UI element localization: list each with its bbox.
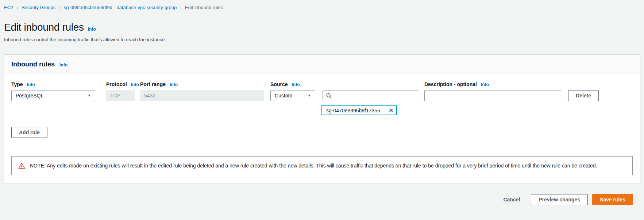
inbound-rules-panel: Inbound rules Info Type Info PostgreSQL … [4,54,640,184]
port-range-info-link[interactable]: Info [170,82,178,87]
note-banner: NOTE: Any edits made on existing rules w… [11,156,633,175]
source-chip: sg-0470ee395b9f17355 ✕ [321,105,397,115]
description-column: Description - optional Info [424,81,561,101]
type-select[interactable]: PostgreSQL ▼ [11,90,95,101]
type-select-value: PostgreSQL [16,93,43,99]
type-column: Type Info PostgreSQL ▼ [11,81,95,101]
warning-icon [18,162,25,169]
search-icon [326,93,332,99]
preview-changes-button[interactable]: Preview changes [531,194,588,205]
breadcrumb-link-security-group-id[interactable]: sg-0b9fa05cbe553df9d - database-vpc-secu… [64,5,177,10]
footer-actions: Cancel Preview changes Save rules [0,194,633,205]
breadcrumb: EC2 › Security Groups › sg-0b9fa05cbe553… [0,0,644,15]
delete-rule-button[interactable]: Delete [568,90,599,101]
panel-info-link[interactable]: Info [59,62,68,67]
source-type-select-value: Custom [275,93,292,99]
description-info-link[interactable]: Info [481,82,489,87]
page-header: Edit inbound rules Info [4,22,644,33]
source-chip-label: sg-0470ee395b9f17355 [326,108,380,113]
type-column-label: Type [11,81,23,87]
breadcrumb-separator-icon: › [16,4,18,11]
page-subtitle: Inbound rules control the incoming traff… [4,37,644,42]
port-range-field [140,90,264,101]
protocol-field [106,90,135,101]
inbound-rules-panel-header: Inbound rules Info [4,55,640,74]
breadcrumb-current-page: Edit inbound rules [185,5,223,10]
page-title-info-link[interactable]: Info [88,27,96,32]
close-icon[interactable]: ✕ [389,108,393,113]
source-search-box [323,90,418,101]
panel-title: Inbound rules [11,61,55,68]
note-text: NOTE: Any edits made on existing rules w… [30,163,597,169]
inbound-rules-panel-body: Type Info PostgreSQL ▼ Protocol Info Por… [4,74,640,184]
protocol-info-link[interactable]: Info [131,82,139,87]
port-range-column-label: Port range [140,81,166,87]
port-range-column: Port range Info [140,81,264,101]
cancel-button[interactable]: Cancel [503,197,520,202]
description-input[interactable] [424,90,561,101]
chevron-down-icon: ▼ [88,94,91,97]
save-rules-button[interactable]: Save rules [592,194,633,205]
source-controls: Custom ▼ [270,90,418,101]
type-info-link[interactable]: Info [27,82,35,87]
source-column-label: Source [270,81,288,87]
protocol-column: Protocol Info [106,81,135,101]
breadcrumb-separator-icon: › [180,4,182,11]
page-title: Edit inbound rules [4,22,84,33]
source-type-select[interactable]: Custom ▼ [270,90,315,101]
source-info-link[interactable]: Info [292,82,300,87]
description-column-label: Description - optional [424,81,477,87]
breadcrumb-link-ec2[interactable]: EC2 [4,5,13,10]
source-search-input[interactable] [334,92,414,99]
chevron-down-icon: ▼ [308,94,311,97]
source-column: Source Info Custom ▼ [270,81,418,115]
breadcrumb-link-security-groups[interactable]: Security Groups [22,5,55,10]
protocol-column-label: Protocol [106,81,127,87]
breadcrumb-separator-icon: › [59,4,61,11]
inbound-rule-row: Type Info PostgreSQL ▼ Protocol Info Por… [11,81,633,115]
delete-column: Delete [568,90,599,101]
add-rule-button[interactable]: Add rule [11,127,47,138]
